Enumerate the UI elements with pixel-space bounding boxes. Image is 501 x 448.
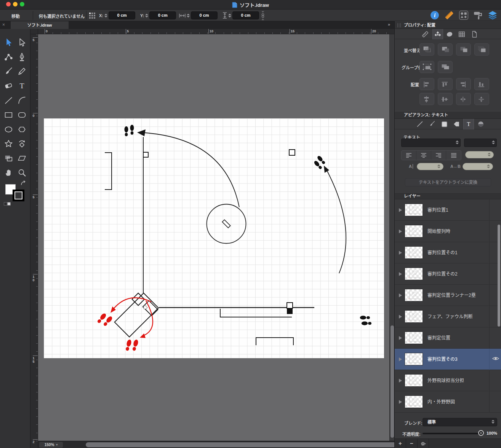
kerning-stepper[interactable] [463, 163, 493, 170]
align-right-button[interactable] [456, 78, 471, 90]
ruler-icon[interactable] [445, 11, 454, 20]
layer-thumbnail[interactable] [405, 332, 423, 344]
ellipse-tool[interactable] [2, 122, 15, 136]
zoom-level-control[interactable]: 150%▾ [39, 442, 63, 448]
text-tab-icon[interactable]: T [463, 119, 474, 129]
group-button[interactable] [419, 61, 434, 73]
layer-thumbnail[interactable] [405, 246, 423, 259]
layer-options-gear-button[interactable] [418, 439, 429, 448]
eye-icon[interactable] [492, 356, 499, 363]
layer-row[interactable]: 外野飛球担当分担 [395, 370, 501, 391]
disclosure-triangle-icon[interactable] [399, 293, 402, 297]
convert-text-to-outlines-button[interactable]: テキストをアウトラインに変換 [405, 178, 491, 187]
direct-selection-tool[interactable] [15, 35, 29, 49]
layer-row[interactable]: 内・外野野図 [395, 391, 501, 413]
arc-tool[interactable] [15, 93, 29, 107]
zoom-tool[interactable] [15, 165, 29, 180]
font-size-select[interactable] [464, 139, 497, 147]
center-vertical-button[interactable] [438, 93, 453, 105]
x-stepper[interactable] [104, 14, 107, 18]
tab-overflow-chevron[interactable]: » [388, 22, 390, 27]
disclosure-triangle-icon[interactable] [399, 357, 402, 361]
width-field[interactable]: 0 cm [191, 11, 218, 19]
layer-visibility-cell[interactable] [489, 391, 501, 413]
layer-name[interactable]: 審判定位置ランナー2塁 [427, 285, 476, 306]
align-left-button[interactable] [419, 78, 434, 90]
layer-row[interactable]: 審判位置その1 [395, 242, 501, 263]
layer-thumbnail[interactable] [405, 289, 423, 301]
disclosure-triangle-icon[interactable] [399, 230, 402, 233]
metrics-tab-icon[interactable] [420, 29, 431, 39]
swatch-tag-icon[interactable] [451, 119, 462, 129]
layer-thumbnail[interactable] [405, 268, 423, 280]
line-tool[interactable] [2, 93, 15, 107]
layer-row[interactable]: 審判位置1 [395, 199, 501, 221]
constrain-proportions-icon[interactable] [261, 11, 265, 22]
eraser-tool[interactable] [2, 78, 15, 93]
canvas-viewport[interactable] [38, 34, 394, 441]
layer-visibility-cell[interactable] [489, 349, 501, 370]
knife-tool[interactable] [2, 151, 15, 165]
layer-thumbnail[interactable] [405, 225, 423, 238]
align-text-left-button[interactable] [402, 151, 416, 160]
ungroup-button[interactable] [438, 61, 453, 73]
layer-thumbnail[interactable] [405, 374, 423, 387]
horizontal-scrollbar-thumb[interactable] [86, 442, 427, 447]
send-to-back-button[interactable] [474, 43, 489, 56]
bring-forward-button[interactable] [438, 43, 453, 56]
brush-tool[interactable] [2, 64, 15, 78]
layer-row[interactable]: 審判定位置 [395, 327, 501, 349]
arrange-tab-icon[interactable] [432, 29, 443, 39]
disclosure-triangle-icon[interactable] [399, 315, 402, 319]
layer-name[interactable]: 審判位置その3 [427, 349, 458, 370]
opacity-slider-track[interactable] [423, 433, 480, 434]
node-editor-tool[interactable] [2, 49, 15, 64]
layer-name[interactable]: 審判位置その2 [427, 263, 458, 285]
disclosure-triangle-icon[interactable] [399, 400, 402, 404]
paint-roller-icon[interactable] [474, 11, 483, 20]
font-family-select[interactable] [401, 139, 461, 147]
selection-tool[interactable] [2, 35, 15, 49]
justify-text-button[interactable] [446, 151, 461, 160]
add-layer-button[interactable]: + [395, 439, 406, 448]
text-style-stepper[interactable] [465, 151, 494, 158]
height-stepper[interactable] [228, 14, 231, 18]
layer-thumbnail[interactable] [405, 395, 423, 408]
layer-name[interactable]: 審判定位置 [427, 327, 450, 349]
polygon-tool[interactable] [15, 122, 29, 136]
layer-row[interactable]: フェア、ファウル判断 [395, 306, 501, 327]
rounded-rectangle-tool[interactable] [15, 107, 29, 122]
center-horizontal-button[interactable] [419, 93, 434, 105]
document-tab-icon[interactable] [469, 29, 480, 39]
send-backward-button[interactable] [456, 43, 471, 56]
remove-layer-button[interactable]: − [406, 439, 418, 448]
layer-name[interactable]: 開始整列時 [427, 221, 450, 242]
panel-scrollbar-thumb[interactable] [498, 225, 500, 327]
swap-colors-icon[interactable] [21, 180, 27, 187]
brush-tab-icon[interactable] [427, 119, 437, 129]
disclosure-triangle-icon[interactable] [399, 251, 402, 255]
y-stepper[interactable] [145, 14, 148, 18]
appearance-header[interactable]: アピアランス: テキスト [395, 111, 501, 119]
x-position-field[interactable]: 0 cm [109, 11, 135, 19]
layer-row[interactable]: 開始整列時 [395, 221, 501, 242]
y-position-field[interactable]: 0 cm [149, 11, 176, 19]
distribute-horizontal-button[interactable] [456, 93, 471, 105]
line-height-stepper[interactable] [417, 163, 443, 170]
align-bottom-button[interactable] [474, 78, 489, 90]
align-text-right-button[interactable] [431, 151, 446, 160]
rotate-tool[interactable] [15, 136, 29, 151]
layer-name[interactable]: 審判位置その1 [427, 242, 458, 263]
properties-header[interactable]: プロパティ: 配置 [395, 21, 501, 29]
opacity-slider-knob[interactable] [478, 430, 484, 436]
layer-visibility-cell[interactable] [489, 370, 501, 391]
height-field[interactable]: 0 cm [232, 11, 259, 19]
text-tool[interactable]: T [15, 78, 29, 93]
disclosure-triangle-icon[interactable] [399, 336, 402, 340]
layer-row[interactable]: 審判位置その3 [395, 349, 501, 370]
layer-thumbnail[interactable] [405, 310, 423, 323]
layer-name[interactable]: 内・外野野図 [427, 391, 455, 413]
shape-tab-icon[interactable] [444, 29, 455, 39]
stroke-tab-icon[interactable] [415, 119, 425, 129]
fill-tab-icon[interactable] [439, 119, 450, 129]
